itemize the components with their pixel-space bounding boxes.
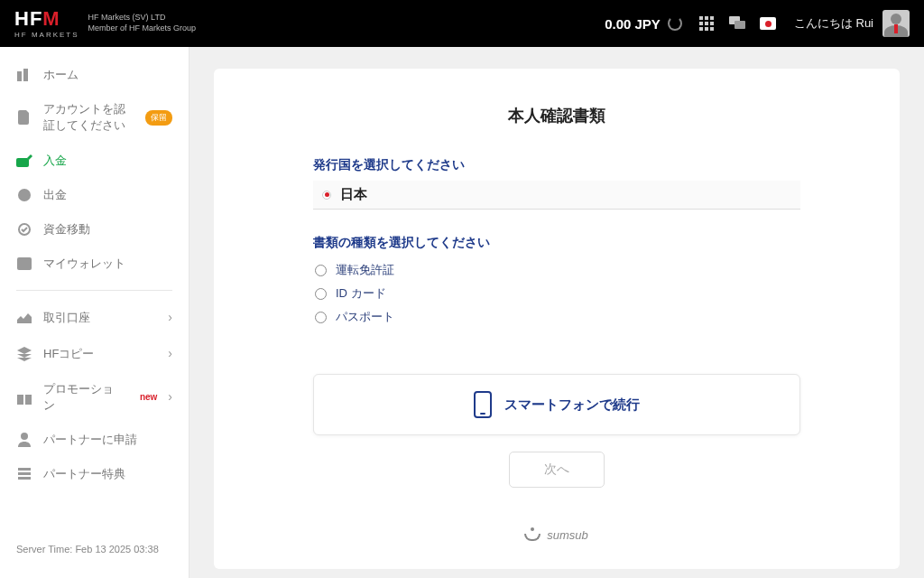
wallet-icon: [16, 256, 32, 272]
sidebar-item-transfer[interactable]: 資金移動: [0, 212, 189, 247]
radio-icon: [315, 312, 327, 323]
provider-footer: sumsub: [313, 527, 800, 542]
doc-option-label: 運転免許証: [336, 262, 394, 278]
company-name: HF Markets (SV) LTD Member of HF Markets…: [88, 13, 197, 33]
list-icon: [16, 466, 32, 482]
svg-rect-4: [16, 158, 29, 167]
doc-option-label: パスポート: [336, 309, 394, 325]
smartphone-icon: [474, 391, 492, 418]
deposit-icon: [16, 153, 32, 169]
svg-rect-13: [18, 477, 31, 480]
sidebar-item-partner-apply[interactable]: パートナーに申請: [0, 423, 189, 457]
sidebar-item-withdraw[interactable]: 出金: [0, 178, 189, 212]
country-flag-icon: [322, 191, 331, 200]
svg-rect-2: [17, 71, 22, 81]
sidebar: ホーム アカウントを認証してください 保留 入金 出金 資金移動 マイウォレット…: [0, 47, 189, 578]
svg-rect-7: [17, 257, 32, 270]
home-icon: [16, 67, 32, 83]
sidebar-item-label: 取引口座: [43, 310, 90, 326]
doc-option-label: ID カード: [336, 285, 386, 302]
sidebar-item-wallet[interactable]: マイウォレット: [0, 247, 189, 281]
doc-option-idcard[interactable]: ID カード: [313, 282, 800, 305]
withdraw-icon: [16, 187, 32, 203]
sidebar-item-label: マイウォレット: [43, 256, 125, 272]
sidebar-item-label: 資金移動: [43, 221, 90, 238]
svg-point-10: [21, 433, 28, 440]
server-time: Server Time: Feb 13 2025 03:38: [0, 531, 189, 567]
radio-icon: [315, 265, 327, 276]
next-button[interactable]: 次へ: [509, 452, 605, 488]
doc-option-license[interactable]: 運転免許証: [313, 258, 800, 282]
svg-rect-12: [18, 472, 31, 475]
transfer-icon: [16, 221, 32, 238]
doc-option-passport[interactable]: パスポート: [313, 305, 800, 329]
app-header: HFM HF MARKETS HF Markets (SV) LTD Membe…: [0, 0, 924, 47]
sidebar-item-label: パートナーに申請: [43, 432, 137, 448]
chevron-right-icon: ›: [168, 388, 172, 406]
sidebar-divider: [16, 290, 172, 291]
sidebar-item-label: パートナー特典: [43, 466, 125, 482]
sidebar-item-hfcopy[interactable]: HFコピー ›: [0, 336, 189, 372]
user-greeting: こんにちは Rui: [794, 15, 873, 32]
continue-on-phone-button[interactable]: スマートフォンで続行: [313, 374, 800, 435]
sidebar-item-label: 出金: [43, 187, 67, 203]
svg-rect-1: [735, 21, 745, 29]
chart-icon: [16, 310, 32, 326]
language-flag-icon[interactable]: [760, 15, 776, 32]
brand-subtext: HF MARKETS: [14, 31, 79, 39]
document-icon: [16, 109, 32, 126]
country-label: 発行国を選択してください: [313, 157, 800, 173]
sidebar-item-label: アカウントを認証してください: [43, 101, 134, 134]
svg-point-5: [18, 189, 31, 201]
phone-button-label: スマートフォンで続行: [504, 396, 640, 414]
refresh-icon[interactable]: [668, 16, 682, 31]
user-avatar[interactable]: [882, 10, 910, 37]
svg-rect-11: [18, 468, 31, 471]
provider-name: sumsub: [547, 528, 588, 542]
card-title: 本人確認書類: [313, 105, 800, 126]
doc-type-options: 運転免許証 ID カード パスポート: [313, 258, 800, 329]
chevron-right-icon: ›: [168, 345, 172, 363]
pending-badge: 保留: [145, 110, 172, 126]
country-value: 日本: [340, 186, 367, 203]
sidebar-item-label: ホーム: [43, 67, 79, 83]
brand-block[interactable]: HFM HF MARKETS HF Markets (SV) LTD Membe…: [14, 9, 196, 39]
verification-card: 本人確認書類 発行国を選択してください 日本 書類の種類を選択してください 運転…: [214, 69, 900, 569]
apps-grid-icon[interactable]: [698, 15, 715, 32]
account-balance: 0.00 JPY: [605, 16, 682, 32]
sidebar-item-verify[interactable]: アカウントを認証してください 保留: [0, 92, 189, 143]
sidebar-item-deposit[interactable]: 入金: [0, 144, 189, 178]
svg-rect-3: [23, 69, 28, 81]
sidebar-item-home[interactable]: ホーム: [0, 58, 189, 92]
svg-rect-9: [23, 390, 25, 405]
sidebar-item-partner-benefits[interactable]: パートナー特典: [0, 457, 189, 491]
chevron-right-icon: ›: [168, 309, 172, 327]
sidebar-item-promotions[interactable]: プロモーション new ›: [0, 372, 189, 423]
main-content: 本人確認書類 発行国を選択してください 日本 書類の種類を選択してください 運転…: [189, 47, 924, 578]
layers-icon: [16, 346, 32, 362]
sidebar-item-label: 入金: [43, 153, 67, 169]
gift-icon: [16, 389, 32, 406]
new-badge: new: [140, 391, 157, 404]
sidebar-item-label: HFコピー: [43, 346, 94, 362]
brand-logo: HFM: [14, 9, 79, 29]
doc-type-label: 書類の種類を選択してください: [313, 235, 800, 251]
sumsub-icon: [525, 527, 540, 542]
country-select[interactable]: 日本: [313, 181, 800, 210]
person-icon: [16, 432, 32, 448]
radio-icon: [315, 288, 327, 300]
sidebar-item-accounts[interactable]: 取引口座 ›: [0, 300, 189, 336]
sidebar-item-label: プロモーション: [43, 381, 122, 414]
chat-icon[interactable]: [729, 15, 745, 32]
